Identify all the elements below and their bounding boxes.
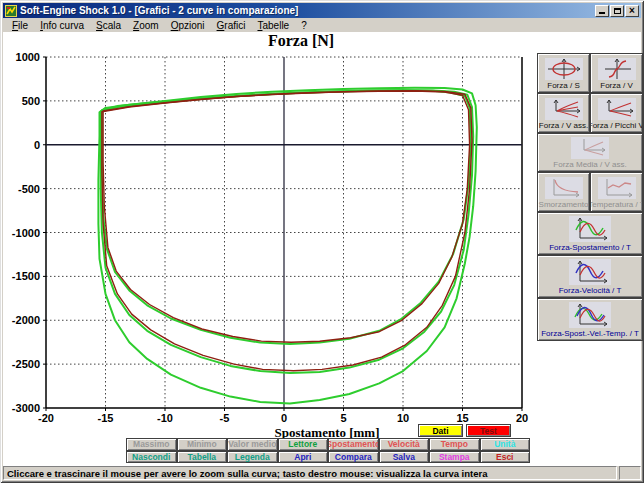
svg-text:-2500: -2500: [12, 358, 40, 370]
lettore-button[interactable]: Lettore: [278, 438, 329, 451]
stampa-button[interactable]: Stampa: [429, 451, 480, 464]
svg-text:-500: -500: [18, 183, 40, 195]
sidebar-button-forza-spost-vel-temp-t[interactable]: Forza-Spost.-Vel.-Temp. / T: [537, 298, 643, 341]
sidebar-button-temperatura[interactable]: Temperatura / T: [590, 172, 643, 212]
window-title: Soft-Engine Shock 1.0 - [Grafici - 2 cur…: [20, 5, 595, 16]
svg-text:0: 0: [34, 139, 40, 151]
close-button[interactable]: ×: [625, 5, 639, 17]
test-button[interactable]: Test: [466, 424, 511, 437]
menu-bar: File Info curva Scala Zoom Opzioni Grafi…: [3, 18, 641, 32]
restore-button[interactable]: [610, 5, 624, 17]
svg-text:20: 20: [516, 412, 528, 424]
restore-icon: [614, 8, 621, 14]
damping-decay-icon: [545, 177, 583, 199]
minimize-icon: [599, 12, 605, 14]
nascondi-button[interactable]: Nascondi: [126, 451, 177, 464]
temperature-time-icon: [598, 177, 636, 199]
svg-text:-1000: -1000: [12, 227, 40, 239]
dati-button[interactable]: Dati: [418, 424, 463, 437]
menu-zoom[interactable]: Zoom: [128, 19, 164, 32]
menu-tabelle[interactable]: Tabelle: [252, 19, 294, 32]
svg-text:500: 500: [22, 95, 40, 107]
compara-button[interactable]: Compara: [328, 451, 379, 464]
massimo-button[interactable]: Massimo: [126, 438, 177, 451]
force-disp-vel-temp-time-icon: [569, 302, 611, 328]
svg-text:-20: -20: [38, 412, 54, 424]
minimize-button[interactable]: [595, 5, 609, 17]
menu-opzioni[interactable]: Opzioni: [166, 19, 210, 32]
resize-grip[interactable]: [619, 466, 641, 480]
velocita-button[interactable]: Velocità: [379, 438, 430, 451]
chart-graphics: -20-15-10-50510152010005000-500-1000-150…: [12, 51, 528, 424]
force-peak-velocity-icon: [598, 98, 636, 120]
graph-type-sidebar: Forza / S Forza / V: [537, 53, 643, 341]
client-area: Forza [N] Spostamento [mm] -20-15-10-505…: [3, 32, 641, 466]
force-displacement-time-icon: [569, 216, 611, 242]
app-window: Soft-Engine Shock 1.0 - [Grafici - 2 cur…: [0, 0, 644, 483]
force-abs-velocity-icon: [545, 98, 583, 120]
force-velocity-curve-icon: [598, 58, 636, 80]
minimo-button[interactable]: Minimo: [177, 438, 228, 451]
svg-text:-3000: -3000: [12, 402, 40, 414]
sidebar-button-forza-v-ass[interactable]: Forza / V ass.: [537, 93, 590, 133]
close-icon: ×: [629, 6, 635, 16]
info-toolbar-row: Massimo Minimo Valor medio Lettore Spost…: [126, 438, 530, 451]
force-velocity-time-icon: [569, 259, 611, 285]
salva-button[interactable]: Salva: [379, 451, 430, 464]
apri-button[interactable]: Apri: [278, 451, 329, 464]
action-toolbar-row: Nascondi Tabella Legenda Apri Compara Sa…: [126, 451, 530, 464]
menu-info-curva[interactable]: Info curva: [35, 19, 89, 32]
menu-help[interactable]: ?: [296, 19, 312, 32]
status-message: Cliccare e trascinare il mouse per avere…: [3, 466, 617, 480]
spostamento-button[interactable]: Spostamento: [328, 438, 379, 451]
sidebar-button-forza-media[interactable]: Forza Media / V ass.: [537, 133, 643, 172]
sidebar-button-forza-v[interactable]: Forza / V: [590, 53, 643, 93]
menu-file[interactable]: File: [7, 19, 33, 32]
menu-grafici[interactable]: Grafici: [212, 19, 251, 32]
sidebar-button-forza-picchi-v[interactable]: Forza / Picchi V.: [590, 93, 643, 133]
svg-text:15: 15: [456, 412, 468, 424]
tabella-button[interactable]: Tabella: [177, 451, 228, 464]
sidebar-button-smorzamento[interactable]: Smorzamento: [537, 172, 590, 212]
sidebar-button-forza-s[interactable]: Forza / S: [537, 53, 590, 93]
svg-text:-10: -10: [157, 412, 173, 424]
tempo-button[interactable]: Tempo: [429, 438, 480, 451]
svg-text:0: 0: [281, 412, 287, 424]
svg-text:-5: -5: [220, 412, 230, 424]
svg-text:1000: 1000: [16, 51, 40, 63]
sidebar-button-forza-velocita-t[interactable]: Forza-Velocità / T: [537, 255, 643, 298]
svg-text:5: 5: [340, 412, 346, 424]
mean-force-icon: [571, 137, 609, 159]
esci-button[interactable]: Esci: [480, 451, 531, 464]
legenda-button[interactable]: Legenda: [227, 451, 278, 464]
status-bar: Cliccare e trascinare il mouse per avere…: [3, 466, 641, 480]
svg-text:-15: -15: [98, 412, 114, 424]
app-icon: [5, 5, 17, 17]
menu-scala[interactable]: Scala: [91, 19, 126, 32]
valor-medio-button[interactable]: Valor medio: [227, 438, 278, 451]
svg-text:10: 10: [397, 412, 409, 424]
svg-text:-1500: -1500: [12, 270, 40, 282]
svg-text:-2000: -2000: [12, 314, 40, 326]
sidebar-button-forza-spostamento-t[interactable]: Forza-Spostamento / T: [537, 212, 643, 255]
unita-button[interactable]: Unità: [480, 438, 531, 451]
force-displacement-loop-icon: [545, 58, 583, 80]
title-bar[interactable]: Soft-Engine Shock 1.0 - [Grafici - 2 cur…: [3, 3, 641, 18]
